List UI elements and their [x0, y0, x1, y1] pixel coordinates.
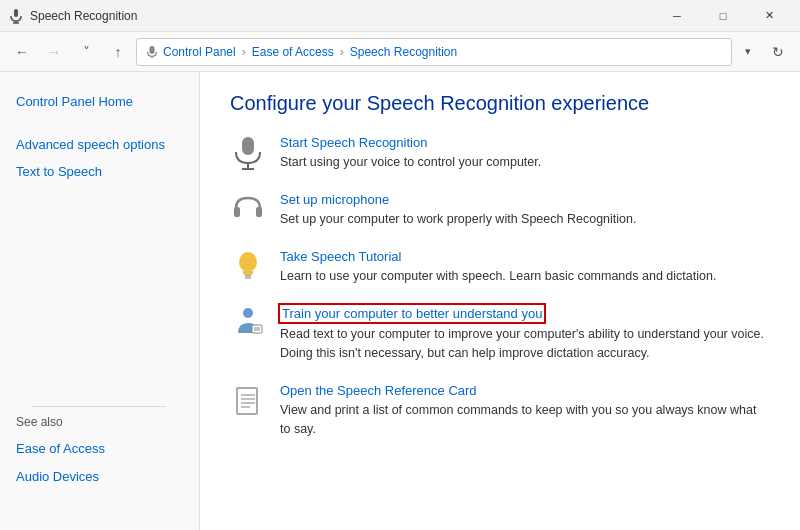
start-speech-recognition-desc: Start using your voice to control your c…	[280, 153, 541, 172]
microphone-icon	[230, 135, 266, 171]
item-start-speech-recognition: Start Speech Recognition Start using you…	[230, 135, 770, 172]
set-up-microphone-link[interactable]: Set up microphone	[280, 192, 389, 207]
open-reference-card-desc: View and print a list of common commands…	[280, 401, 770, 439]
content-area: Configure your Speech Recognition experi…	[200, 72, 800, 530]
start-speech-recognition-link[interactable]: Start Speech Recognition	[280, 135, 427, 150]
sidebar-item-text-to-speech[interactable]: Text to Speech	[0, 158, 199, 186]
item-content-reference: Open the Speech Reference Card View and …	[280, 383, 770, 439]
close-button[interactable]: ✕	[746, 0, 792, 32]
train-computer-desc: Read text to your computer to improve yo…	[280, 325, 770, 363]
up-button[interactable]: ↑	[104, 38, 132, 66]
maximize-button[interactable]: □	[700, 0, 746, 32]
address-box: Control Panel › Ease of Access › Speech …	[136, 38, 732, 66]
sidebar-item-advanced-speech-options[interactable]: Advanced speech options	[0, 131, 199, 159]
svg-rect-9	[256, 207, 262, 217]
address-bar: ← → ˅ ↑ Control Panel › Ease of Access ›…	[0, 32, 800, 72]
sidebar-item-audio-devices[interactable]: Audio Devices	[16, 463, 182, 491]
item-content-start: Start Speech Recognition Start using you…	[280, 135, 541, 172]
breadcrumb-ease-of-access[interactable]: Ease of Access	[252, 45, 334, 59]
breadcrumb-sep-1: ›	[242, 45, 246, 59]
train-computer-link[interactable]: Train your computer to better understand…	[280, 305, 544, 322]
sidebar-item-control-panel-home[interactable]: Control Panel Home	[0, 88, 199, 116]
sidebar-divider	[32, 406, 166, 407]
window-icon	[8, 8, 24, 24]
breadcrumb-sep-2: ›	[340, 45, 344, 59]
back-button[interactable]: ←	[8, 38, 36, 66]
book-icon	[230, 383, 266, 419]
address-microphone-icon	[145, 45, 159, 59]
sidebar: Control Panel Home Advanced speech optio…	[0, 72, 200, 530]
item-content-tutorial: Take Speech Tutorial Learn to use your c…	[280, 249, 716, 286]
svg-rect-5	[242, 137, 254, 155]
take-speech-tutorial-desc: Learn to use your computer with speech. …	[280, 267, 716, 286]
sidebar-item-ease-of-access[interactable]: Ease of Access	[16, 435, 182, 463]
dropdown-button[interactable]: ˅	[72, 38, 100, 66]
set-up-microphone-desc: Set up your computer to work properly wi…	[280, 210, 636, 229]
item-open-reference-card: Open the Speech Reference Card View and …	[230, 383, 770, 439]
item-set-up-microphone: Set up microphone Set up your computer t…	[230, 192, 770, 229]
item-train-computer: Train your computer to better understand…	[230, 305, 770, 363]
forward-button[interactable]: →	[40, 38, 68, 66]
bulb-icon	[230, 249, 266, 285]
window-title: Speech Recognition	[30, 9, 137, 23]
content-title: Configure your Speech Recognition experi…	[230, 92, 770, 115]
svg-point-10	[239, 252, 257, 272]
see-also-title: See also	[16, 415, 182, 429]
title-bar: Speech Recognition ─ □ ✕	[0, 0, 800, 32]
svg-rect-8	[234, 207, 240, 217]
headset-icon	[230, 192, 266, 228]
window-controls: ─ □ ✕	[654, 0, 792, 32]
item-content-microphone: Set up microphone Set up your computer t…	[280, 192, 636, 229]
open-reference-card-link[interactable]: Open the Speech Reference Card	[280, 383, 477, 398]
see-also-section: See also Ease of Access Audio Devices	[0, 398, 198, 490]
svg-rect-0	[14, 9, 18, 17]
breadcrumb-speech-recognition[interactable]: Speech Recognition	[350, 45, 457, 59]
breadcrumb-control-panel[interactable]: Control Panel	[163, 45, 236, 59]
minimize-button[interactable]: ─	[654, 0, 700, 32]
svg-rect-18	[238, 389, 256, 413]
item-content-train: Train your computer to better understand…	[280, 305, 770, 363]
refresh-button[interactable]: ↻	[764, 38, 792, 66]
svg-point-13	[243, 308, 253, 318]
svg-rect-3	[149, 45, 154, 53]
address-dropdown-button[interactable]: ▾	[736, 38, 760, 66]
svg-rect-14	[252, 325, 262, 333]
item-take-speech-tutorial: Take Speech Tutorial Learn to use your c…	[230, 249, 770, 286]
user-train-icon	[230, 305, 266, 341]
main-layout: Control Panel Home Advanced speech optio…	[0, 72, 800, 530]
take-speech-tutorial-link[interactable]: Take Speech Tutorial	[280, 249, 401, 264]
